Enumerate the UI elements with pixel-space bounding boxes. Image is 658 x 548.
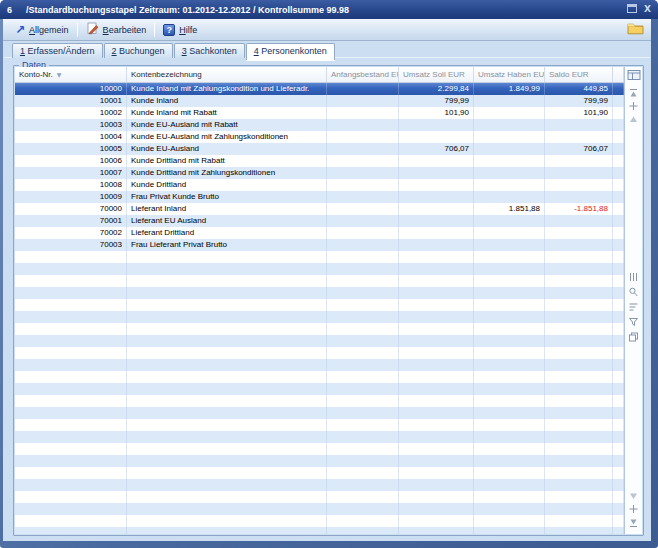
cell-name: Lieferant EU Ausland [127,215,327,227]
accounts-table: Konto-Nr.▼ Kontenbezeichnung Anfangsbest… [15,67,624,534]
table-row[interactable]: 70000Lieferant Inland1.851,88-1.851,88 [15,203,624,215]
row-up-button[interactable] [626,113,641,125]
cell-konto: 10000 [15,83,127,95]
cell-soll [399,347,474,359]
cell-saldo [545,179,613,191]
cell-saldo [545,263,613,275]
cell-soll [399,191,474,203]
sort-button[interactable] [626,301,641,313]
cell-haben [474,287,545,299]
cell-name: Kunde Drittland [127,179,327,191]
table-row[interactable]: 10006Kunde Drittland mit Rabatt [15,155,624,167]
cell-name: Lieferant Drittland [127,227,327,239]
table-row[interactable]: 70002Lieferant Drittland [15,227,624,239]
cell-fill [613,275,624,287]
menu-allgemein[interactable]: ↗ Allgemein [10,23,74,37]
restore-button[interactable] [627,4,637,15]
cell-fill [613,455,624,467]
menu-bearbeiten[interactable]: Bearbeiten [81,20,152,39]
tab-personenkonten[interactable]: 4 Personenkonten [246,43,335,60]
cell-konto [15,395,127,407]
search-button[interactable] [626,286,641,298]
table-row[interactable]: 10009Frau Privat Kunde Brutto [15,191,624,203]
column-header-anfangsbestand[interactable]: Anfangsbestand EUR [327,67,399,82]
close-button[interactable]: X [644,5,651,14]
column-header-konto-nr[interactable]: Konto-Nr.▼ [15,67,127,82]
table-row[interactable]: 10007Kunde Drittland mit Zahlungskonditi… [15,167,624,179]
menu-hilfe[interactable]: ? Hilfe [158,22,202,38]
cell-konto [15,407,127,419]
table-row[interactable]: 10002Kunde Inland mit Rabatt101,90101,90 [15,107,624,119]
cell-haben [474,515,545,527]
cell-name [127,275,327,287]
cell-haben [474,131,545,143]
cell-konto [15,479,127,491]
table-row[interactable]: 10003Kunde EU-Ausland mit Rabatt [15,119,624,131]
cell-name [127,383,327,395]
copy-print-icon [628,332,639,342]
column-header-umsatz-soll[interactable]: Umsatz Soll EUR [399,67,474,82]
cell-fill [613,443,624,455]
cell-saldo: 101,90 [545,107,613,119]
folder-button[interactable] [627,21,644,39]
table-row[interactable]: 10008Kunde Drittland [15,179,624,191]
scroll-down-button[interactable] [626,503,641,515]
cell-konto [15,491,127,503]
cell-anfang [327,443,399,455]
table-row[interactable]: 10000Kunde Inland mit Zahlungskondition … [15,83,624,95]
cell-saldo [545,479,613,491]
cell-name: Kunde Inland [127,95,327,107]
table-row[interactable]: 10005Kunde EU-Ausland706,07706,07 [15,143,624,155]
cell-soll [399,335,474,347]
cell-fill [613,215,624,227]
scroll-to-bottom-icon [628,518,639,528]
filter-button[interactable] [626,316,641,328]
columns-button[interactable] [626,271,641,283]
cell-soll [399,431,474,443]
cell-konto [15,467,127,479]
tab-sachkonten[interactable]: 3 Sachkonten [174,43,245,58]
export-button[interactable] [626,331,641,343]
column-header-umsatz-haben[interactable]: Umsatz Haben EUR [474,67,545,82]
cell-konto [15,371,127,383]
table-empty-row [15,359,624,371]
cell-haben: 1.849,99 [474,83,545,95]
table-empty-row [15,467,624,479]
cell-haben [474,215,545,227]
cell-haben [474,503,545,515]
cell-anfang [327,251,399,263]
cell-anfang [327,215,399,227]
cell-konto: 70001 [15,215,127,227]
table-row[interactable]: 10001Kunde Inland799,99799,99 [15,95,624,107]
menu-bearbeiten-label: Bearbeiten [103,25,147,35]
cell-haben [474,431,545,443]
cell-name [127,311,327,323]
scroll-to-top-icon [628,88,639,98]
scroll-to-bottom-button[interactable] [626,517,641,529]
cell-anfang [327,419,399,431]
cell-haben [474,443,545,455]
cell-anfang [327,191,399,203]
table-row[interactable]: 70003Frau Lieferant Privat Brutto [15,239,624,251]
cell-name [127,299,327,311]
table-empty-row [15,263,624,275]
cell-name: Frau Privat Kunde Brutto [127,191,327,203]
tab-erfassen-aendern[interactable]: 1 Erfassen/Ändern [12,43,103,58]
table-row[interactable]: 70001Lieferant EU Ausland [15,215,624,227]
scroll-up-button[interactable] [626,100,641,112]
cell-anfang [327,527,399,534]
row-down-button[interactable] [626,490,641,502]
cell-saldo [545,215,613,227]
scroll-to-top-button[interactable] [626,87,641,99]
column-header-saldo[interactable]: Saldo EUR [545,67,613,82]
table-row[interactable]: 10004Kunde EU-Ausland mit Zahlungskondit… [15,131,624,143]
tab-buchungen[interactable]: 2 Buchungen [104,43,173,58]
cell-name [127,419,327,431]
column-header-kontenbezeichnung[interactable]: Kontenbezeichnung [127,67,327,82]
title-bar: 6 /Standardbuchungsstapel Zeitraum: 01.2… [0,0,658,19]
cell-fill [613,287,624,299]
table-properties-button[interactable] [626,69,641,81]
table-empty-row [15,323,624,335]
cell-anfang [327,407,399,419]
cell-fill [613,155,624,167]
